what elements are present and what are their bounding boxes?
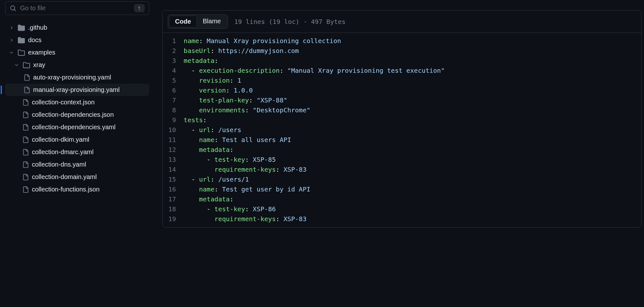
tree-label: manual-xray-provisioning.yaml	[33, 86, 120, 94]
code-lines: name: Manual Xray provisioning collectio…	[184, 36, 641, 224]
file-icon	[24, 74, 30, 81]
chevron-down-icon	[13, 63, 20, 67]
search-input[interactable]	[20, 4, 134, 12]
tree-label: collection-functions.json	[32, 186, 99, 193]
code-content[interactable]: 12345678910111213141516171819 name: Manu…	[163, 33, 641, 227]
file-icon	[22, 99, 29, 106]
tree-file-depsjson[interactable]: collection-dependencies.json	[5, 109, 149, 121]
file-icon	[22, 174, 29, 180]
tree-folder-docs[interactable]: docs	[5, 34, 149, 46]
file-icon	[22, 186, 29, 193]
file-icon	[22, 137, 29, 143]
folder-icon	[18, 37, 25, 44]
file-icon	[24, 87, 30, 93]
file-meta: 19 lines (19 loc) · 497 Bytes	[234, 18, 346, 26]
tree-label: .github	[28, 24, 47, 31]
chevron-right-icon	[8, 26, 15, 30]
file-viewer: Code Blame 19 lines (19 loc) · 497 Bytes…	[155, 0, 644, 307]
tree-folder-examples[interactable]: examples	[5, 46, 149, 59]
tab-code[interactable]: Code	[169, 16, 197, 27]
folder-icon	[18, 24, 25, 31]
file-search[interactable]: t	[5, 1, 149, 15]
line-numbers: 12345678910111213141516171819	[163, 36, 184, 224]
tree-folder-github[interactable]: .github	[5, 21, 149, 34]
view-tabs: Code Blame	[168, 14, 228, 29]
tree-label: auto-xray-provisioning.yaml	[33, 74, 111, 81]
code-container: Code Blame 19 lines (19 loc) · 497 Bytes…	[162, 10, 641, 228]
tree-label: docs	[28, 36, 41, 44]
file-icon	[22, 112, 29, 118]
tree-label: collection-dns.yaml	[32, 161, 86, 168]
search-icon	[10, 5, 20, 11]
tree-label: collection-dependencies.json	[32, 111, 114, 118]
tree-file-dns[interactable]: collection-dns.yaml	[5, 158, 149, 171]
file-icon	[22, 124, 29, 131]
chevron-right-icon	[8, 38, 15, 42]
code-toolbar: Code Blame 19 lines (19 loc) · 497 Bytes	[163, 11, 641, 33]
file-icon	[22, 161, 29, 168]
chevron-down-icon	[8, 50, 15, 55]
tree-file-functions[interactable]: collection-functions.json	[5, 183, 149, 196]
tree-file-domain[interactable]: collection-domain.yaml	[5, 171, 149, 183]
tree-label: examples	[28, 49, 55, 56]
file-icon	[22, 149, 29, 155]
tab-blame[interactable]: Blame	[197, 16, 227, 27]
tree-file-depsyaml[interactable]: collection-dependencies.yaml	[5, 121, 149, 133]
folder-open-icon	[18, 49, 25, 56]
tree-label: collection-domain.yaml	[32, 173, 97, 181]
file-tree-sidebar: t .github docs examples xray auto-xray-p…	[0, 0, 155, 307]
tree-label: collection-dkim.yaml	[32, 136, 89, 143]
tree-file-dmarc[interactable]: collection-dmarc.yaml	[5, 146, 149, 158]
tree-file-dkim[interactable]: collection-dkim.yaml	[5, 133, 149, 146]
tree-label: xray	[33, 61, 45, 69]
folder-open-icon	[23, 62, 30, 69]
tree-file-manual[interactable]: manual-xray-provisioning.yaml	[5, 84, 149, 96]
tree-file-auto[interactable]: auto-xray-provisioning.yaml	[5, 71, 149, 84]
tree-label: collection-context.json	[32, 99, 95, 106]
tree-label: collection-dmarc.yaml	[32, 148, 93, 156]
tree-label: collection-dependencies.yaml	[32, 124, 115, 131]
tree-folder-xray[interactable]: xray	[5, 59, 149, 71]
tree-file-ctx[interactable]: collection-context.json	[5, 96, 149, 109]
search-shortcut-key: t	[134, 4, 144, 12]
